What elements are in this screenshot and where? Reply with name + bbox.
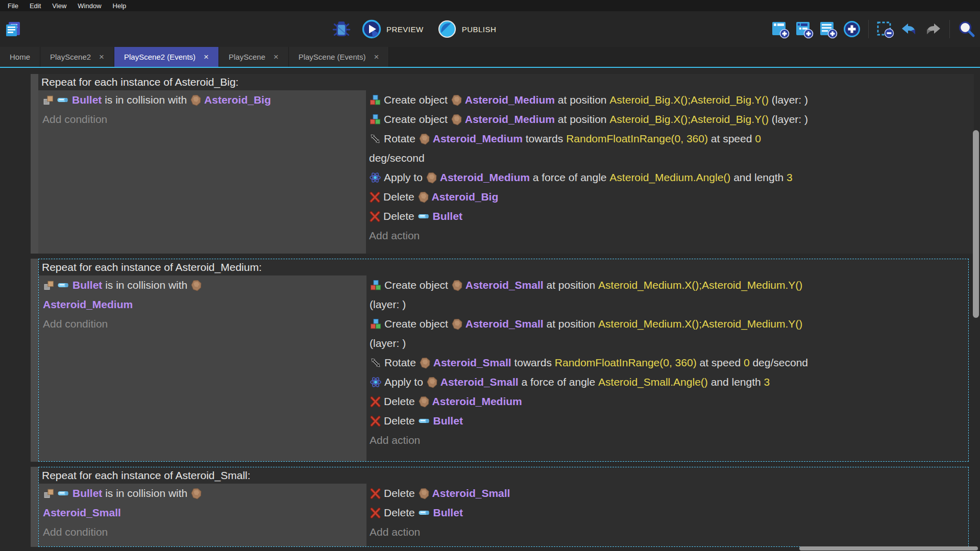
undo-button[interactable] [899, 19, 919, 39]
plain-text: towards [523, 133, 566, 145]
project-manager-icon[interactable] [4, 20, 21, 38]
tab-home[interactable]: Home [0, 47, 40, 67]
add-action-button[interactable]: Add action [369, 227, 974, 244]
tab-playscene[interactable]: PlayScene× [219, 47, 289, 67]
redo-button[interactable] [923, 19, 943, 39]
plain-text: at position [555, 94, 609, 106]
search-button[interactable] [957, 19, 976, 39]
object-ref: Asteroid_Big [204, 94, 271, 106]
plain-text: at position [544, 279, 598, 291]
plain-text: Create object [384, 279, 451, 291]
plain-text: is in collision with [102, 487, 190, 499]
event-drag-handle[interactable] [31, 259, 38, 462]
condition-row[interactable]: Bullet is in collision with [43, 277, 366, 294]
event-header[interactable]: Repeat for each instance of Asteroid_Med… [39, 259, 968, 276]
action-row[interactable]: (layer: ) [370, 296, 968, 313]
tab-label: PlayScene (Events) [299, 53, 366, 61]
add-sub-event-button[interactable] [794, 19, 814, 39]
delete-icon [370, 396, 381, 408]
tab-bar: HomePlayScene2×PlayScene2 (Events)×PlayS… [0, 47, 980, 68]
create-icon [370, 318, 382, 330]
event-block: Repeat for each instance of Asteroid_Sma… [31, 467, 974, 547]
tab-playscene2[interactable]: PlayScene2× [40, 47, 114, 67]
object-ref: Asteroid_Medium [465, 113, 555, 126]
action-row[interactable]: Delete Bullet [370, 504, 968, 521]
asteroid-icon [190, 280, 202, 291]
asteroid-icon [451, 94, 462, 106]
plain-text: (layer: ) [769, 113, 808, 126]
event-drag-handle[interactable] [31, 74, 38, 254]
action-row[interactable]: Delete Asteroid_Small [370, 485, 968, 502]
action-row[interactable]: Delete Asteroid_Medium [370, 393, 968, 410]
action-row[interactable]: Rotate Asteroid_Medium towards RandomFlo… [369, 130, 974, 147]
menu-bar: FileEditViewWindowHelp [0, 0, 980, 11]
object-ref: Asteroid_Small [465, 279, 544, 291]
action-row[interactable]: Delete Asteroid_Big [369, 188, 974, 206]
tab-playscene2-events[interactable]: PlayScene2 (Events)× [114, 47, 219, 67]
add-action-button[interactable]: Add action [370, 523, 968, 541]
conditions-column: Bullet is in collision with Asteroid_Big… [38, 90, 366, 254]
action-row[interactable]: Create object Asteroid_Medium at positio… [369, 111, 974, 128]
tab-playscene-events[interactable]: PlayScene (Events)× [289, 47, 389, 67]
action-row[interactable]: Create object Asteroid_Small at position… [370, 277, 968, 294]
rotate-icon [370, 357, 382, 369]
asteroid-icon [190, 488, 202, 499]
condition-row[interactable]: Bullet is in collision with Asteroid_Big [42, 91, 366, 109]
object-ref: Asteroid_Medium [43, 298, 133, 311]
plain-text: at speed [708, 133, 755, 145]
action-row[interactable]: Apply to Asteroid_Small a force of angle… [370, 373, 968, 391]
menu-file[interactable]: File [2, 2, 24, 10]
plain-text: Delete [384, 487, 418, 499]
event-header[interactable]: Repeat for each instance of Asteroid_Big… [38, 74, 974, 90]
choose-event-button[interactable] [842, 19, 862, 39]
collision-icon [43, 488, 55, 499]
action-row[interactable]: Create object Asteroid_Small at position… [370, 315, 968, 333]
expression-text: Asteroid_Medium.Angle() [609, 171, 730, 184]
object-ref: Asteroid_Small [440, 376, 519, 388]
plain-text: Delete [384, 507, 418, 519]
menu-view[interactable]: View [46, 2, 72, 10]
close-tab-icon[interactable]: × [374, 53, 379, 61]
plain-text: Delete [383, 210, 418, 222]
close-tab-icon[interactable]: × [99, 53, 104, 61]
add-event-button[interactable] [770, 19, 790, 39]
collision-icon [42, 94, 54, 106]
menu-edit[interactable]: Edit [24, 2, 46, 10]
condition-row[interactable]: Asteroid_Medium [43, 296, 366, 313]
action-row[interactable]: Rotate Asteroid_Small towards RandomFloa… [370, 354, 968, 371]
object-ref: Asteroid_Small [465, 318, 544, 330]
action-row[interactable]: deg/second [369, 149, 974, 167]
add-condition-button[interactable]: Add condition [43, 523, 366, 541]
event-columns: Bullet is in collision with Asteroid_Big… [38, 90, 974, 254]
bullet-icon [57, 96, 69, 104]
event-header[interactable]: Repeat for each instance of Asteroid_Sma… [39, 467, 968, 484]
close-tab-icon[interactable]: × [204, 53, 209, 61]
plain-text: (layer: ) [370, 298, 406, 311]
asteroid-icon [426, 377, 438, 388]
menu-window[interactable]: Window [72, 2, 107, 10]
event-drag-handle[interactable] [31, 467, 38, 547]
condition-row[interactable]: Asteroid_Small [43, 504, 366, 521]
menu-help[interactable]: Help [107, 2, 132, 10]
add-action-button[interactable]: Add action [370, 432, 968, 449]
preview-button[interactable]: PREVIEW [358, 18, 427, 40]
add-condition-button[interactable]: Add condition [42, 111, 366, 128]
action-row[interactable]: Create object Asteroid_Medium at positio… [369, 91, 974, 109]
horizontal-scrollbar-thumb[interactable] [799, 546, 978, 550]
bullet-icon [418, 213, 430, 220]
vertical-scrollbar-thumb[interactable] [973, 130, 979, 318]
close-tab-icon[interactable]: × [274, 53, 279, 61]
condition-row[interactable]: Bullet is in collision with [43, 485, 366, 502]
select-instruction-button[interactable] [875, 19, 895, 39]
delete-icon [369, 191, 381, 203]
action-row[interactable]: Delete Bullet [369, 208, 974, 225]
add-condition-button[interactable]: Add condition [43, 315, 366, 333]
publish-button[interactable]: PUBLISH [434, 18, 500, 40]
plain-text: at speed [697, 357, 744, 369]
debug-icon[interactable] [332, 19, 351, 39]
action-row[interactable]: Apply to Asteroid_Medium a force of angl… [369, 169, 974, 186]
action-row[interactable]: (layer: ) [370, 335, 968, 352]
force-icon [370, 376, 382, 388]
add-comment-button[interactable] [818, 19, 838, 39]
action-row[interactable]: Delete Bullet [370, 412, 968, 430]
